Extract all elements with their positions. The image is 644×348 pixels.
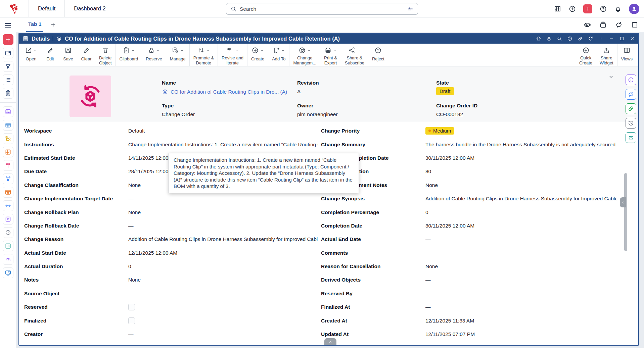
instructions-tooltip: Change Implementation Instructions: 1. C…: [169, 153, 359, 193]
help-icon[interactable]: [599, 5, 607, 13]
type-value: Change Order: [162, 111, 195, 117]
user-avatar[interactable]: [629, 4, 639, 14]
squareo-icon[interactable]: [631, 21, 639, 29]
toolbar-button[interactable]: Open: [21, 44, 41, 66]
add-circle-icon[interactable]: [568, 5, 576, 13]
toolbar-button[interactable]: Reject: [368, 44, 388, 66]
workspace-tabs: DefaultDashboard 2: [29, 0, 115, 17]
form-row: Creator —: [24, 328, 318, 341]
sidebar-tool-button[interactable]: [3, 160, 13, 171]
workspace-tab[interactable]: Default: [29, 0, 65, 17]
field-label: Instructions: [24, 142, 128, 148]
toolbar-button[interactable]: Clipboard: [116, 44, 142, 66]
field-label: Completion Percentage: [321, 209, 425, 215]
minimize-icon[interactable]: [609, 36, 614, 41]
toolbar-button[interactable]: Print & Export: [320, 44, 341, 66]
collapse-panel-handle[interactable]: [620, 197, 626, 207]
sidebar-tool-button[interactable]: [3, 173, 13, 184]
toolbar-button[interactable]: Promote & Demote: [189, 44, 218, 66]
workspace-tab[interactable]: Dashboard 2: [65, 0, 115, 17]
field-checkbox[interactable]: [128, 317, 135, 324]
archive-icon[interactable]: [599, 21, 607, 29]
toolbar-button[interactable]: Reserve: [142, 44, 166, 66]
field-value: 30/11/2025 12:00 AM: [425, 155, 617, 161]
rail-panel-button[interactable]: [626, 132, 636, 143]
toolbar-button[interactable]: Change Managem...: [289, 44, 320, 66]
toolbar-button[interactable]: Quick Create: [576, 44, 596, 66]
left-sidebar: [0, 17, 16, 348]
toolbar-button[interactable]: Add To: [268, 44, 289, 66]
sidebar-tool-button[interactable]: [3, 34, 13, 45]
object-name-link[interactable]: CO for Addition of Cable Routing Clips i…: [171, 89, 287, 95]
info-icon: [628, 77, 634, 83]
robot-icon[interactable]: [583, 21, 591, 29]
new-tab-button[interactable]: [50, 21, 56, 28]
scroll-to-top-button[interactable]: [324, 338, 336, 346]
field-value: 0: [128, 263, 318, 269]
sidebar-tool-button[interactable]: [3, 267, 13, 278]
sidebar-tool-button[interactable]: [3, 74, 13, 85]
toolbar-button[interactable]: Create: [247, 44, 268, 66]
field-label: Notes: [24, 277, 128, 283]
rail-panel-button[interactable]: [626, 118, 636, 129]
app-logo[interactable]: [0, 0, 29, 17]
hamburger-menu-icon[interactable]: [4, 21, 12, 30]
sidebar-tool-button[interactable]: [3, 48, 13, 58]
toolbar-button[interactable]: Clear: [77, 44, 95, 66]
notifications-bell-icon[interactable]: [614, 5, 622, 13]
toolbar-button[interactable]: Views: [617, 44, 636, 66]
sidebar-tool-button[interactable]: [3, 147, 13, 157]
refresh-icon[interactable]: [588, 36, 593, 41]
quick-add-button[interactable]: [583, 4, 592, 13]
toolbar-button[interactable]: Delete Object: [95, 44, 116, 66]
maximize-icon[interactable]: [619, 36, 625, 41]
global-search[interactable]: [226, 3, 418, 15]
toolbar-button[interactable]: Share Widget: [596, 44, 617, 66]
sidebar-tool-button[interactable]: [3, 120, 13, 131]
field-value: Default: [128, 128, 318, 134]
toolbar-button[interactable]: Manage: [166, 44, 189, 66]
rail-panel-button[interactable]: [626, 74, 636, 85]
search-icon[interactable]: [557, 36, 562, 41]
form-row: Finalized: [24, 314, 318, 327]
sharenodes-icon: [348, 47, 356, 54]
form-row: Created At 12/11/2025 11:33 AM: [321, 314, 617, 327]
sidebar-tool-button[interactable]: [3, 133, 13, 144]
field-value: None: [425, 182, 617, 188]
report-matrix-icon[interactable]: [554, 5, 561, 13]
pencil-icon: [47, 47, 54, 54]
home-icon[interactable]: [536, 36, 541, 41]
sidebar-tool-button[interactable]: [3, 106, 13, 117]
search-filters-icon[interactable]: [407, 6, 414, 12]
rail-panel-button[interactable]: [626, 103, 636, 114]
lock-icon[interactable]: [546, 36, 552, 41]
sidebar-tool-button[interactable]: [3, 88, 13, 99]
sidebar-tool-button[interactable]: [3, 254, 13, 265]
sync-icon[interactable]: [615, 21, 623, 29]
chevron-down-icon: [333, 49, 337, 53]
field-checkbox[interactable]: [128, 304, 135, 310]
field-value: The harness bundle in the Drone Harness …: [425, 142, 617, 148]
tab-tab1[interactable]: Tab 1: [26, 17, 43, 32]
close-icon[interactable]: [630, 36, 635, 41]
toolbar-button[interactable]: Save: [59, 44, 77, 66]
toolbar-button[interactable]: Revise and Iterate: [218, 44, 247, 66]
link-icon[interactable]: [578, 36, 583, 41]
tree-icon: [5, 135, 11, 142]
field-label: Actual Start Date: [24, 250, 128, 256]
chevron-down-icon: [131, 49, 135, 53]
sidebar-tool-button[interactable]: [3, 227, 13, 238]
kebab-icon[interactable]: [598, 36, 604, 41]
collapse-summary-chevron-icon[interactable]: [607, 73, 615, 81]
sidebar-tool-button[interactable]: [3, 61, 13, 72]
toolbar-button[interactable]: Edit: [41, 44, 59, 66]
rail-panel-button[interactable]: [626, 89, 636, 100]
toolbar-button[interactable]: Share & Subscribe: [341, 44, 368, 66]
vertical-scrollbar-thumb[interactable]: [624, 173, 627, 251]
sidebar-tool-button[interactable]: [3, 214, 13, 225]
help-icon[interactable]: [567, 36, 572, 41]
sidebar-tool-button[interactable]: [3, 200, 13, 211]
search-input[interactable]: [240, 6, 404, 12]
sidebar-tool-button[interactable]: [3, 241, 13, 251]
sidebar-tool-button[interactable]: [3, 187, 13, 198]
